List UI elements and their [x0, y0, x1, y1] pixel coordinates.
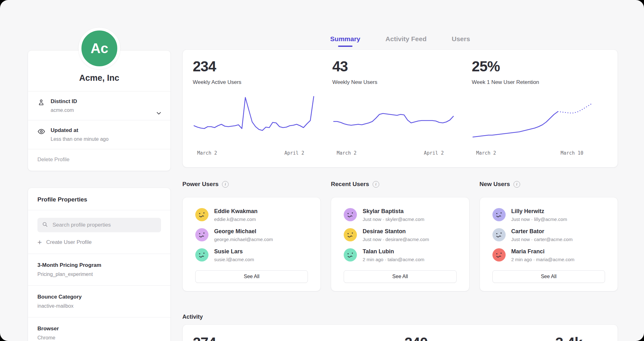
user-texts: Talan Lubin 2 min ago · talan@acme.com	[363, 248, 424, 262]
user-list-item[interactable]: Lilly Herwitz Just now · lilly@acme.com	[492, 208, 605, 222]
user-list-item[interactable]: George Michael george.michael@acme.com	[195, 228, 308, 242]
user-texts: Skylar Baptista Just now · skyler@acme.c…	[363, 208, 424, 222]
user-avatar	[195, 228, 208, 241]
stat-value: 25%	[472, 58, 594, 75]
user-name: Desirae Stanton	[363, 228, 429, 235]
user-list-item[interactable]: Susie Lars susie.l@acme.com	[195, 248, 308, 262]
see-all-button[interactable]: See All	[195, 270, 308, 283]
see-all-button[interactable]: See All	[492, 270, 605, 283]
user-list-item[interactable]: Desirae Stanton Just now · desirare@acme…	[344, 228, 456, 242]
user-list-item[interactable]: Carter Bator Just now · carter@acme.com	[492, 228, 605, 242]
user-detail: 2 min ago · maria@acme.com	[511, 257, 575, 262]
chevron-down-icon[interactable]	[155, 110, 162, 117]
user-lists-row: Power Users i Eddie Kwakman eddie.k@acme…	[182, 181, 618, 291]
activity-stat-value: 3.4k	[555, 334, 582, 341]
info-icon[interactable]: i	[514, 181, 520, 188]
company-avatar: Ac	[79, 28, 120, 69]
property-value: Chrome	[37, 335, 161, 341]
user-detail: Just now · skyler@acme.com	[363, 217, 424, 222]
user-texts: George Michael george.michael@acme.com	[214, 228, 273, 242]
x-axis-ticks: March 2 April 2	[332, 146, 455, 156]
property-row[interactable]: Browser Chrome	[28, 317, 170, 341]
user-list-item[interactable]: Talan Lubin 2 min ago · talan@acme.com	[344, 248, 456, 262]
user-texts: Susie Lars susie.l@acme.com	[214, 248, 254, 262]
tab-summary[interactable]: Summary	[330, 35, 360, 47]
see-all-button[interactable]: See All	[344, 270, 456, 283]
x-tick: March 10	[561, 150, 583, 156]
user-avatar	[344, 228, 357, 241]
user-name: Maria Franci	[511, 248, 575, 255]
profile-properties-header: Profile Properties	[28, 188, 170, 210]
user-texts: Carter Bator Just now · carter@acme.com	[511, 228, 573, 242]
stat-label: Weekly New Users	[332, 79, 455, 85]
property-value: Pricing_plan_experiment	[37, 272, 161, 277]
weekly-new-users-sparkline	[332, 93, 455, 146]
list-title: Power Users	[182, 181, 219, 188]
search-input[interactable]	[52, 222, 157, 228]
activity-header: Activity	[182, 314, 203, 320]
power-users-header: Power Users i	[182, 181, 321, 188]
user-name: Carter Bator	[511, 228, 573, 235]
create-user-profile-button[interactable]: + Create User Profile	[37, 239, 161, 245]
info-icon[interactable]: i	[222, 181, 229, 188]
user-texts: Lilly Herwitz Just now · lilly@acme.com	[511, 208, 567, 222]
user-list-item[interactable]: Skylar Baptista Just now · skyler@acme.c…	[344, 208, 456, 222]
activity-stat-value: 240	[404, 334, 428, 341]
property-row[interactable]: 3-Month Pricing Program Pricing_plan_exp…	[28, 254, 170, 285]
activity-card: 274 240 3.4k	[182, 324, 618, 341]
user-avatar	[492, 248, 506, 261]
retention-sparkline	[472, 93, 594, 146]
user-detail: Just now · desirare@acme.com	[363, 237, 429, 242]
user-avatar	[492, 228, 506, 241]
tab-activity-feed[interactable]: Activity Feed	[386, 35, 427, 47]
distinct-id-row[interactable]: Distinct ID acme.com	[28, 91, 170, 120]
property-row[interactable]: Bounce Category inactive-mailbox	[28, 285, 170, 317]
x-tick: March 2	[337, 150, 357, 156]
weekly-active-users-sparkline	[193, 93, 315, 146]
company-avatar-initials: Ac	[91, 41, 108, 56]
create-user-profile-label: Create User Profile	[46, 239, 92, 245]
recent-users-header: Recent Users i	[331, 181, 469, 188]
user-avatar	[344, 208, 357, 221]
stat-value: 43	[332, 58, 455, 75]
list-title: Recent Users	[331, 181, 369, 188]
user-name: George Michael	[214, 228, 273, 235]
user-list-item[interactable]: Eddie Kwakman eddie.k@acme.com	[195, 208, 308, 222]
user-name: Skylar Baptista	[363, 208, 424, 215]
user-avatar	[344, 248, 357, 261]
property-value: inactive-mailbox	[37, 303, 161, 309]
info-icon[interactable]: i	[373, 181, 379, 188]
user-texts: Eddie Kwakman eddie.k@acme.com	[214, 208, 258, 222]
eye-icon	[37, 127, 46, 142]
user-detail: george.michael@acme.com	[214, 237, 273, 242]
user-detail: susie.l@acme.com	[214, 257, 254, 262]
distinct-id-label: Distinct ID	[51, 98, 77, 105]
company-name: Acme, Inc	[34, 73, 164, 83]
user-list-item[interactable]: Maria Franci 2 min ago · maria@acme.com	[492, 248, 605, 262]
user-detail: eddie.k@acme.com	[214, 217, 258, 222]
x-tick: April 2	[424, 150, 444, 156]
list-title: New Users	[480, 181, 510, 188]
user-name: Talan Lubin	[363, 248, 424, 255]
delete-profile-button[interactable]: Delete Profile	[28, 149, 170, 171]
x-axis-ticks: March 2 April 2	[193, 146, 315, 156]
distinct-id-texts: Distinct ID acme.com	[51, 98, 77, 113]
property-name: Bounce Category	[37, 294, 161, 300]
x-axis-ticks: March 2 March 10	[472, 146, 594, 156]
user-detail: 2 min ago · talan@acme.com	[363, 257, 424, 262]
tab-users[interactable]: Users	[452, 35, 470, 47]
user-detail: Just now · lilly@acme.com	[511, 217, 567, 222]
distinct-id-value: acme.com	[51, 107, 77, 113]
profile-properties-search[interactable]	[37, 218, 161, 232]
updated-at-label: Updated at	[51, 127, 108, 134]
stat-weekly-new-users: 43 Weekly New Users March 2 April 2	[332, 58, 472, 167]
user-name: Eddie Kwakman	[214, 208, 258, 215]
stat-label: Weekly Active Users	[193, 79, 315, 85]
user-name: Susie Lars	[214, 248, 254, 255]
recent-users-column: Recent Users i Skylar Baptista Just now …	[331, 181, 469, 291]
user-avatar	[195, 208, 208, 221]
user-detail: Just now · carter@acme.com	[511, 237, 573, 242]
new-users-column: New Users i Lilly Herwitz Just now · lil…	[480, 181, 618, 291]
recent-users-card: Skylar Baptista Just now · skyler@acme.c…	[331, 197, 469, 291]
updated-at-row: Updated at Less than one minute ago	[28, 120, 170, 149]
